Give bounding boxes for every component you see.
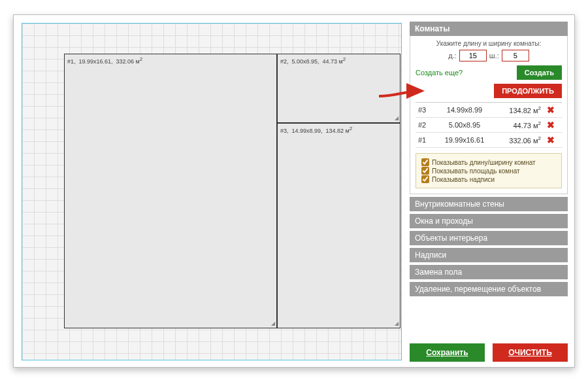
- collapsed-panel[interactable]: Надписи: [410, 248, 568, 262]
- rooms-hint: Укажите длину и ширину комнаты:: [416, 40, 562, 47]
- display-option[interactable]: Показывать площадь комнат: [421, 167, 556, 175]
- collapsed-panel[interactable]: Окна и проходы: [410, 214, 568, 228]
- collapsed-panel[interactable]: Объекты интерьера: [410, 231, 568, 245]
- room-id: #2: [418, 121, 435, 129]
- length-label: д.:: [448, 52, 457, 60]
- collapsed-panels: Внутрикомнатные стеныОкна и проходыОбъек…: [410, 194, 568, 296]
- checkbox-label: Показывать длину/ширину комнат: [432, 159, 536, 166]
- rooms-buttons: Создать еще? Создать: [416, 65, 562, 80]
- create-more-link[interactable]: Создать еще?: [416, 69, 463, 77]
- canvas-wrap: #1, 19.99x16.61, 332.06 м2◢#2, 5.00x8.95…: [14, 15, 410, 367]
- checkbox[interactable]: [421, 158, 429, 166]
- checkbox-label: Показывать надписи: [432, 176, 495, 183]
- display-options: Показывать длину/ширину комнат Показыват…: [416, 153, 562, 188]
- panel-rooms-header[interactable]: Комнаты: [410, 22, 568, 36]
- collapsed-panel[interactable]: Замена пола: [410, 265, 568, 279]
- collapsed-panel[interactable]: Внутрикомнатные стены: [410, 197, 568, 211]
- continue-wrap: ПРОДОЛЖИТЬ: [416, 84, 562, 98]
- room-id: #1: [418, 136, 435, 144]
- table-row[interactable]: #25.00x8.9544.73 м2✖: [416, 118, 562, 133]
- table-row[interactable]: #314.99x8.99134.82 м2✖: [416, 103, 562, 118]
- save-button[interactable]: Сохранить: [410, 343, 485, 362]
- room-area: 134.82 м2: [494, 105, 541, 114]
- room[interactable]: #3, 14.99x8.99, 134.82 м2◢: [277, 123, 400, 328]
- create-button[interactable]: Создать: [517, 65, 562, 80]
- rooms-dim-inputs: д.: ш.:: [416, 50, 562, 61]
- length-input[interactable]: [459, 50, 487, 61]
- checkbox-label: Показывать площадь комнат: [432, 167, 520, 175]
- room-area: 332.06 м2: [494, 135, 541, 145]
- width-label: ш.:: [489, 52, 499, 60]
- display-option[interactable]: Показывать длину/ширину комнат: [421, 158, 556, 166]
- rooms-table: #314.99x8.99134.82 м2✖#25.00x8.9544.73 м…: [416, 102, 562, 148]
- room-dims: 5.00x8.95: [439, 121, 490, 129]
- room[interactable]: #2, 5.00x8.95, 44.73 м2◢: [277, 54, 400, 123]
- room-area: 44.73 м2: [494, 120, 541, 130]
- display-option[interactable]: Показывать надписи: [421, 175, 556, 183]
- table-row[interactable]: #119.99x16.61332.06 м2✖: [416, 133, 562, 148]
- panel-rooms-body: Укажите длину и ширину комнаты: д.: ш.: …: [410, 36, 568, 194]
- room-dims: 19.99x16.61: [439, 136, 490, 144]
- room[interactable]: #1, 19.99x16.61, 332.06 м2◢: [64, 54, 277, 328]
- checkbox[interactable]: [421, 175, 429, 183]
- delete-icon[interactable]: ✖: [545, 105, 557, 115]
- collapsed-panel[interactable]: Удаление, перемещение объектов: [410, 282, 568, 296]
- room-dims: 14.99x8.99: [439, 106, 490, 114]
- footer-buttons: Сохранить Очистить: [410, 337, 568, 362]
- delete-icon[interactable]: ✖: [545, 135, 557, 145]
- continue-button[interactable]: ПРОДОЛЖИТЬ: [494, 84, 562, 98]
- checkbox[interactable]: [421, 167, 429, 175]
- clear-button[interactable]: Очистить: [493, 343, 568, 362]
- floorplan-canvas[interactable]: #1, 19.99x16.61, 332.06 м2◢#2, 5.00x8.95…: [22, 23, 402, 360]
- delete-icon[interactable]: ✖: [545, 120, 557, 130]
- sidebar: Комнаты Укажите длину и ширину комнаты: …: [410, 15, 574, 367]
- width-input[interactable]: [502, 50, 529, 61]
- app-frame: #1, 19.99x16.61, 332.06 м2◢#2, 5.00x8.95…: [13, 14, 575, 368]
- room-id: #3: [418, 106, 435, 114]
